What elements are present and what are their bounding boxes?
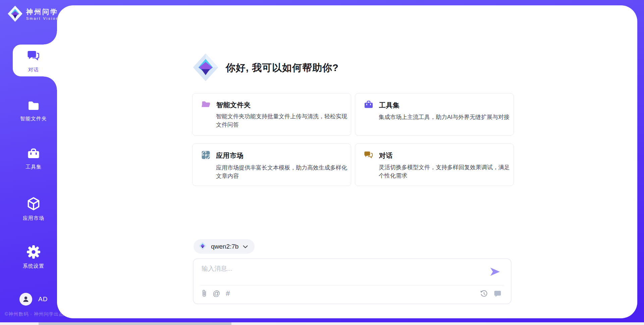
- sidebar-item-label: 智能文件夹: [20, 116, 47, 122]
- card-description: 灵活切换多模型文件，支持多样回复效果调试，满足个性化需求: [379, 164, 510, 180]
- card-toolset[interactable]: 工具集 集成市场上主流工具，助力AI与外界无缝扩展与对接: [355, 93, 514, 136]
- composer-divider: [200, 285, 504, 285]
- sidebar-item-label: 应用市场: [23, 215, 44, 221]
- feature-cards: 智能文件夹 智能文件夹功能支持批量文件上传与清洗，轻松实现文件问答 工具集 集成…: [192, 93, 514, 186]
- card-app-market[interactable]: 应用市场 应用市场提供丰富长文本模板，助力高效生成多样化文章内容: [192, 143, 351, 186]
- brand-logo: 神州问学 Smart Vision: [7, 5, 59, 23]
- send-button[interactable]: [489, 266, 501, 278]
- active-tab-fillet-top: [44, 31, 57, 45]
- chat-icon: [27, 49, 40, 64]
- card-title: 智能文件夹: [216, 101, 251, 110]
- grid-icon: [201, 150, 210, 161]
- message-input[interactable]: [201, 264, 491, 284]
- message-composer: @ #: [193, 258, 512, 304]
- horizontal-scrollbar-thumb[interactable]: [39, 322, 231, 325]
- sidebar-item-label: 对话: [28, 67, 39, 73]
- card-description: 集成市场上主流工具，助力AI与外界无缝扩展与对接: [379, 113, 510, 122]
- paperclip-icon[interactable]: [202, 289, 207, 298]
- sidebar-item-toolset[interactable]: 工具集: [10, 148, 57, 170]
- chat-bubble-icon[interactable]: [494, 290, 501, 297]
- send-icon: [490, 267, 500, 277]
- user-avatar-icon: [19, 293, 32, 306]
- sidebar-item-settings[interactable]: 系统设置: [10, 245, 57, 269]
- card-title: 工具集: [379, 101, 400, 110]
- gear-icon: [27, 245, 40, 260]
- active-tab-fillet-bottom: [44, 76, 57, 90]
- sidebar-item-smart-folder[interactable]: 智能文件夹: [10, 100, 57, 122]
- folder-icon: [201, 100, 211, 110]
- card-description: 应用市场提供丰富长文本模板，助力高效生成多样化文章内容: [216, 164, 347, 180]
- card-title: 应用市场: [216, 151, 244, 160]
- toolbox-icon: [364, 100, 373, 110]
- assistant-logo-icon: [192, 53, 219, 83]
- sidebar-item-label: 系统设置: [23, 263, 44, 269]
- greeting-title: 你好, 我可以如何帮助你?: [226, 61, 339, 75]
- card-title: 对话: [379, 151, 393, 160]
- sidebar-footer-credit: ©神州数码 · 神州问学出品: [5, 311, 64, 317]
- chevron-down-icon: [243, 244, 248, 250]
- card-chat[interactable]: 对话 灵活切换多模型文件，支持多样回复效果调试，满足个性化需求: [355, 143, 514, 186]
- brand-subtitle: Smart Vision: [26, 17, 59, 20]
- user-profile[interactable]: AD: [19, 293, 48, 306]
- hash-icon[interactable]: #: [226, 290, 230, 297]
- card-smart-folder[interactable]: 智能文件夹 智能文件夹功能支持批量文件上传与清洗，轻松实现文件问答: [192, 93, 351, 136]
- folder-icon: [27, 100, 40, 113]
- brand-name: 神州问学: [26, 8, 59, 15]
- mention-icon[interactable]: @: [213, 290, 220, 297]
- toolbox-icon: [27, 148, 40, 161]
- sidebar-item-label: 工具集: [25, 164, 42, 170]
- sidebar-item-chat[interactable]: 对话: [10, 49, 57, 73]
- greeting-block: 你好, 我可以如何帮助你?: [192, 53, 339, 83]
- brand-diamond-icon: [7, 5, 23, 23]
- card-description: 智能文件夹功能支持批量文件上传与清洗，轻松实现文件问答: [216, 113, 347, 129]
- cube-icon: [27, 197, 40, 212]
- user-name: AD: [38, 296, 48, 303]
- sidebar-item-app-market[interactable]: 应用市场: [10, 197, 57, 221]
- history-icon[interactable]: [480, 290, 488, 298]
- model-logo-icon: [199, 242, 207, 252]
- model-selector[interactable]: qwen2:7b: [194, 239, 255, 254]
- chat-icon: [364, 150, 373, 160]
- model-name: qwen2:7b: [211, 243, 238, 250]
